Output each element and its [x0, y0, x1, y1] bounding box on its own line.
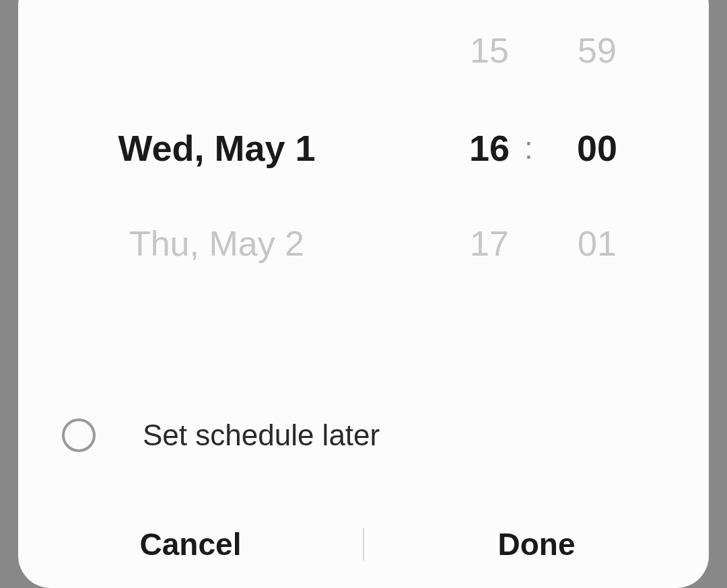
hour-picker-current[interactable]: 16 — [449, 127, 530, 169]
datetime-picker: 15 59 Wed, May 1 16 00 : Thu, May 2 17 0… — [18, 0, 709, 588]
cancel-button[interactable]: Cancel — [18, 501, 363, 588]
radio-unchecked-icon[interactable] — [62, 418, 96, 452]
hour-picker-next[interactable]: 17 — [449, 223, 530, 264]
set-schedule-later-option[interactable]: Set schedule later — [62, 418, 380, 452]
dialog-button-row: Cancel Done — [18, 501, 709, 588]
date-picker-current[interactable]: Wed, May 1 — [18, 127, 415, 169]
minute-picker-prev[interactable]: 59 — [557, 30, 637, 71]
hour-picker-prev[interactable]: 15 — [449, 30, 530, 71]
time-separator: : — [524, 114, 533, 182]
set-schedule-later-label: Set schedule later — [143, 418, 380, 452]
minute-picker-next[interactable]: 01 — [557, 223, 637, 264]
picker-row-next[interactable]: Thu, May 2 17 01 — [18, 210, 709, 277]
date-picker-next[interactable]: Thu, May 2 — [18, 223, 415, 264]
minute-picker-current[interactable]: 00 — [557, 127, 637, 169]
done-button[interactable]: Done — [364, 501, 709, 588]
picker-row-current[interactable]: Wed, May 1 16 00 — [18, 114, 709, 182]
schedule-dialog: 15 59 Wed, May 1 16 00 : Thu, May 2 17 0… — [18, 0, 709, 588]
picker-row-prev[interactable]: 15 59 — [18, 17, 709, 84]
